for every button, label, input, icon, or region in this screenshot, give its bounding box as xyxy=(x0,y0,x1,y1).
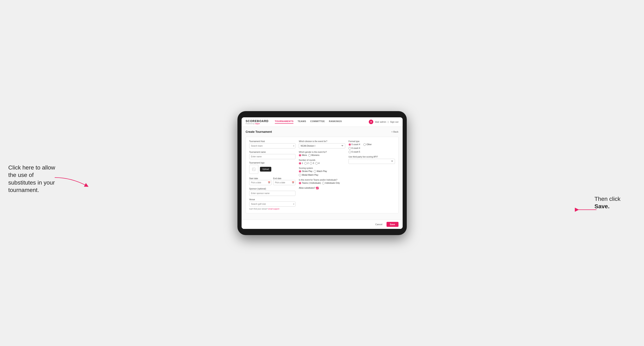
gender-group: Which gender is the event for? Mens Wome… xyxy=(299,151,345,157)
form-col-1: Tournament Host ▾ Tournament name Tourna xyxy=(249,140,296,210)
format-6count5[interactable]: 6 count 5 xyxy=(348,151,395,153)
end-date-wrap: 📅 xyxy=(273,180,296,185)
right-annotation: Then click Save. xyxy=(594,195,636,210)
scoring-service-select[interactable]: Golfgenius GolfSoftware xyxy=(348,159,395,164)
gender-womens[interactable]: Womens xyxy=(308,154,320,157)
venue-label: Venue xyxy=(249,198,296,201)
tournament-logo-label: Tournament logo xyxy=(249,162,296,164)
venue-help: Can't find your venue? email support xyxy=(249,208,296,210)
venue-input[interactable] xyxy=(249,201,296,207)
logo-scoreboard: SCOREBOARD xyxy=(246,119,269,123)
tablet-frame: SCOREBOARD Powered by clippd TOURNAMENTS… xyxy=(238,111,407,235)
division-select[interactable]: NCAA Division I NCAA Division II NCAA Di… xyxy=(299,143,345,149)
end-date-label: End date xyxy=(273,177,282,179)
back-link[interactable]: Back xyxy=(392,131,398,133)
calendar-icon: 📅 xyxy=(268,181,270,184)
event-teams[interactable]: Teams (+Individuals) xyxy=(299,182,321,184)
scoring-medal[interactable]: Medal Match Play xyxy=(299,174,318,176)
nav-right: B blair admin | Sign out xyxy=(369,120,398,124)
save-button[interactable]: Save xyxy=(386,222,398,227)
form-col-2: Which division is the event for? NCAA Di… xyxy=(299,140,345,210)
tournament-host-group: Tournament Host ▾ xyxy=(249,140,296,149)
scoring-api-group: Use third-party live scoring API? Golfge… xyxy=(348,156,395,164)
nav-links: TOURNAMENTS TEAMS COMMITTEE RANKINGS xyxy=(275,120,369,124)
gender-label: Which gender is the event for? xyxy=(299,151,345,153)
form-footer: Cancel Save xyxy=(242,220,403,229)
rounds-1[interactable]: 1 xyxy=(299,162,303,165)
scoring-system-label: Scoring system xyxy=(299,167,345,169)
logo-placeholder xyxy=(249,165,258,174)
division-label: Which division is the event for? xyxy=(299,140,345,143)
start-date-group: Start date 📅 xyxy=(249,176,272,185)
nav-tournaments[interactable]: TOURNAMENTS xyxy=(275,120,294,124)
rounds-label: Number of rounds xyxy=(299,159,345,161)
logo-upload-row: Upload xyxy=(249,165,296,174)
page-content: Create Tournament Back Tournament Host ▾ xyxy=(242,127,403,220)
logo-powered: Powered by clippd xyxy=(246,123,269,125)
format-5count4[interactable]: 5 count 4 xyxy=(348,143,360,146)
event-type-group: Is this event for Teams and/or Individua… xyxy=(299,179,345,184)
venue-group: Venue ▾ Can't find your venue? email sup… xyxy=(249,198,296,210)
venue-email-support[interactable]: email support xyxy=(268,208,279,210)
rounds-3[interactable]: 3 xyxy=(310,162,314,165)
rounds-radio-group: 1 2 3 xyxy=(299,162,345,165)
tournament-logo-group: Tournament logo Upload xyxy=(249,162,296,174)
tournament-name-group: Tournament name xyxy=(249,151,296,159)
sponsor-label: Sponsor (optional) xyxy=(249,188,296,190)
user-label: blair admin xyxy=(375,121,386,123)
gender-mens[interactable]: Mens xyxy=(299,154,307,157)
nav-rankings[interactable]: RANKINGS xyxy=(329,120,342,124)
nav-teams[interactable]: TEAMS xyxy=(298,120,306,124)
rounds-4[interactable]: 4 xyxy=(315,162,320,165)
event-type-radio-group: Teams (+Individuals) Individuals Only xyxy=(299,182,345,184)
format-6count4[interactable]: 6 count 4 xyxy=(348,147,395,150)
nav-committee[interactable]: COMMITTEE xyxy=(310,120,325,124)
scoring-system-group: Scoring system Stroke Play Match Play xyxy=(299,167,345,176)
start-date-wrap: 📅 xyxy=(249,180,272,185)
tablet-screen: SCOREBOARD Powered by clippd TOURNAMENTS… xyxy=(242,117,403,229)
substitutes-checkbox-label[interactable]: Allow substitutes? xyxy=(299,187,345,189)
substitutes-label: Allow substitutes? xyxy=(299,187,315,189)
date-row: Start date 📅 End date xyxy=(249,176,296,185)
svg-point-1 xyxy=(253,169,254,169)
event-individuals[interactable]: Individuals Only xyxy=(322,182,340,184)
rounds-group: Number of rounds 1 2 xyxy=(299,159,345,165)
left-annotation: Click here to allow the use of substitut… xyxy=(8,164,58,194)
tournament-host-label: Tournament Host xyxy=(249,140,296,143)
page-header: Create Tournament Back xyxy=(246,130,398,133)
format-type-label: Format type xyxy=(348,140,395,143)
venue-dropdown-icon: ▾ xyxy=(293,203,294,205)
scoring-match[interactable]: Match Play xyxy=(314,170,327,173)
sponsor-input[interactable] xyxy=(249,191,296,196)
start-date-label: Start date xyxy=(249,177,258,179)
svg-rect-0 xyxy=(252,168,255,171)
format-other[interactable]: Other xyxy=(364,143,372,146)
scoring-stroke[interactable]: Stroke Play xyxy=(299,170,312,173)
sponsor-group: Sponsor (optional) xyxy=(249,188,296,196)
end-date-group: End date 📅 xyxy=(273,176,296,185)
rounds-2[interactable]: 2 xyxy=(304,162,309,165)
event-type-label: Is this event for Teams and/or Individua… xyxy=(299,179,345,181)
scoring-radio-group: Stroke Play Match Play Medal Match Play xyxy=(299,170,345,176)
page-title: Create Tournament xyxy=(246,130,272,133)
calendar-icon-end: 📅 xyxy=(292,181,294,184)
right-arrow xyxy=(576,206,596,214)
signout-link[interactable]: Sign out xyxy=(390,121,398,123)
logo-area: SCOREBOARD Powered by clippd xyxy=(246,119,269,125)
date-group: Start date 📅 End date xyxy=(249,176,296,185)
separator: | xyxy=(388,121,388,123)
dropdown-icon: ▾ xyxy=(293,145,294,147)
upload-button[interactable]: Upload xyxy=(260,167,272,172)
format-type-group: Format type 5 count 4 Other xyxy=(348,140,395,153)
left-arrow xyxy=(55,175,88,188)
tournament-name-label: Tournament name xyxy=(249,151,296,153)
gender-radio-group: Mens Womens xyxy=(299,154,345,157)
division-group: Which division is the event for? NCAA Di… xyxy=(299,140,345,149)
tournament-host-input[interactable] xyxy=(249,143,296,149)
substitutes-group: Allow substitutes? xyxy=(299,187,345,189)
cancel-button[interactable]: Cancel xyxy=(373,222,385,227)
format-options: 5 count 4 Other 6 count 4 xyxy=(348,143,395,153)
substitutes-checkbox[interactable] xyxy=(316,187,318,189)
navbar: SCOREBOARD Powered by clippd TOURNAMENTS… xyxy=(242,117,403,127)
tournament-name-input[interactable] xyxy=(249,154,296,159)
